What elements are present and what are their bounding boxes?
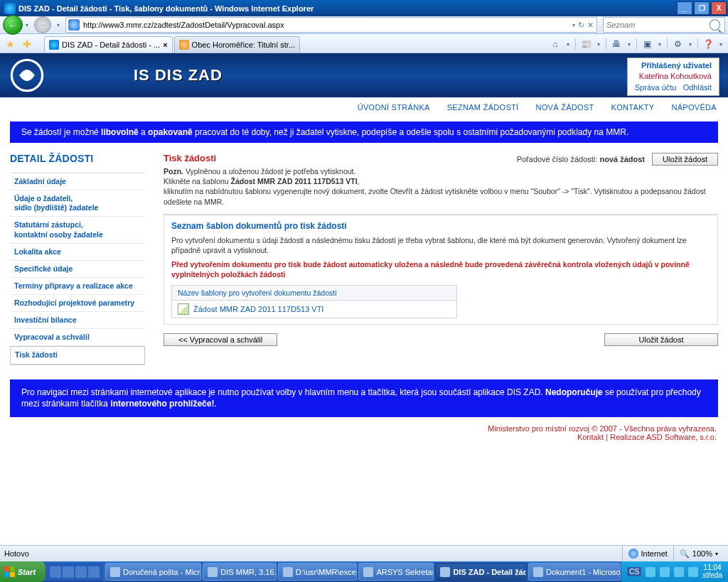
page-dd[interactable]: ▾ [655, 41, 664, 48]
minimize-button[interactable]: _ [677, 1, 692, 15]
tools-icon[interactable]: ⚙ [670, 38, 685, 50]
tray-icon[interactable] [688, 567, 698, 577]
search-input[interactable] [604, 21, 708, 29]
home-dd[interactable]: ▾ [564, 41, 572, 48]
close-window-button[interactable]: X [711, 1, 727, 15]
browser-tab-inactive[interactable]: Obec Horoměřice: Titulní str... [174, 36, 301, 53]
start-button[interactable]: Start [0, 561, 46, 582]
logout-link[interactable]: Odhlásit [683, 83, 712, 92]
sidebar-item-invest[interactable]: Investiční bilance [10, 312, 145, 329]
start-label: Start [18, 568, 36, 576]
app-icon [533, 567, 543, 577]
clock-day: středa [702, 572, 722, 580]
url-input[interactable] [82, 18, 569, 32]
browser-tab-active[interactable]: DIS ZAD - Detail žádosti - ... × [44, 36, 173, 53]
zoom-icon: 🔍 [680, 549, 690, 559]
print-icon[interactable]: 🖶 [609, 38, 623, 50]
app-icon [283, 567, 293, 577]
security-zone[interactable]: Internet [622, 546, 673, 561]
help-dd[interactable]: ▾ [717, 41, 725, 48]
prev-step-button[interactable]: << Vypracoval a schválil [164, 333, 277, 346]
zoom-control[interactable]: 🔍 100% ▾ [673, 546, 724, 561]
taskbar-app-word[interactable]: Dokument1 - Microsoft ... [528, 563, 621, 581]
taskbar-app-dismmr[interactable]: DIS MMR, 3.16.02 [203, 563, 277, 581]
info-text: a [139, 127, 148, 137]
nav-warning-bar: Pro navigaci mezi stránkami internetové … [10, 379, 718, 418]
add-favorites-icon[interactable]: ✚ [23, 38, 34, 50]
save-button-bottom[interactable]: Uložit žádost [604, 333, 718, 346]
footer-contact-link[interactable]: Kontakt [577, 433, 604, 441]
user-name: Kateřina Kohoutková [635, 71, 712, 82]
sidebar-item-specific[interactable]: Specifické údaje [10, 261, 145, 278]
sidebar-item-applicant[interactable]: Údaje o žadateli, sídlo (bydliště) žadat… [10, 190, 145, 217]
document-icon [178, 303, 189, 315]
url-dropdown[interactable]: ▾ [572, 22, 575, 28]
search-box[interactable] [603, 17, 725, 33]
stop-button[interactable]: ✕ [587, 21, 594, 30]
sidebar-item-representatives[interactable]: Statutární zástupci, kontaktní osoby žad… [10, 217, 145, 243]
action-buttons-row: << Vypracoval a schválil Uložit žádost [164, 333, 718, 346]
language-indicator[interactable]: CS [627, 567, 641, 576]
taskbar-app-ie-active[interactable]: DIS ZAD - Detail žádo... [435, 563, 527, 581]
ql-outlook-icon[interactable] [75, 566, 87, 578]
search-icon[interactable] [710, 19, 720, 31]
tray-icon[interactable] [674, 567, 684, 577]
maximize-button[interactable]: ❐ [694, 1, 710, 15]
address-bar[interactable]: ▾ ↻ ✕ [65, 17, 597, 33]
save-button-top[interactable]: Uložit žádost [652, 153, 718, 166]
tray-icon[interactable] [646, 567, 655, 577]
tab-close-icon[interactable]: × [163, 41, 167, 49]
app-icon [208, 567, 218, 577]
taskbar-app-explorer[interactable]: D:\usr\MMR\excel\TI [278, 563, 358, 581]
nav-help[interactable]: NÁPOVĚDA [671, 103, 717, 112]
fwd-history-dropdown[interactable]: ▾ [54, 22, 63, 28]
page-icon[interactable]: ▣ [640, 38, 654, 50]
nav-list[interactable]: SEZNAM ŽÁDOSTÍ [447, 103, 519, 112]
nav-new[interactable]: NOVÁ ŽÁDOST [535, 103, 594, 112]
ql-desktop-icon[interactable] [63, 566, 74, 578]
zoom-dropdown[interactable]: ▾ [715, 551, 718, 557]
main-content: Tisk žádosti Pořadové číslo žádosti: nov… [145, 153, 718, 365]
sidebar-item-schedule[interactable]: Termíny přípravy a realizace akce [10, 278, 145, 295]
ql-excel-icon[interactable] [88, 566, 100, 578]
feeds-dd[interactable]: ▾ [594, 41, 603, 48]
help-icon[interactable]: ❓ [701, 38, 715, 50]
globe-icon [628, 549, 638, 559]
favorites-star-icon[interactable]: ★ [6, 38, 17, 50]
sidebar-item-print[interactable]: Tisk žádosti [10, 346, 145, 364]
sidebar-item-prepared[interactable]: Vypracoval a schválil [10, 329, 145, 346]
window-title: DIS ZAD - Detail žádosti - Tisk, šablony… [18, 4, 677, 13]
refresh-button[interactable]: ↻ [578, 21, 584, 30]
ql-ie-icon[interactable] [50, 566, 61, 578]
clock[interactable]: 11:04 středa [702, 564, 722, 579]
footer-vendor-link[interactable]: Realizace ASD Software, s.r.o. [610, 433, 717, 441]
order-number: Pořadové číslo žádosti: nová žádost [517, 155, 645, 163]
sidebar-item-params[interactable]: Rozhodující projektové parametry [10, 295, 145, 312]
page-viewport: IS DIS ZAD Přihlášený uživatel Kateřina … [0, 53, 728, 505]
logged-in-label: Přihlášený uživatel [635, 60, 712, 71]
nav-contacts[interactable]: KONTAKTY [611, 103, 655, 112]
site-icon [68, 19, 80, 31]
print-dd[interactable]: ▾ [625, 41, 633, 48]
template-link[interactable]: Žádost MMR ZAD 2011 117D513 VTI [193, 305, 323, 313]
tray-icon[interactable] [660, 567, 670, 577]
tab-bar: ★ ✚ DIS ZAD - Detail žádosti - ... × Obe… [0, 34, 728, 53]
template-row[interactable]: Žádost MMR ZAD 2011 117D513 VTI [172, 301, 456, 318]
account-link[interactable]: Správa účtu [635, 83, 677, 92]
info-text: libovolně [101, 127, 139, 137]
sidebar-item-basic[interactable]: Základní údaje [10, 173, 145, 190]
tab-favicon [49, 40, 59, 50]
taskbar-app-arsys[interactable]: ARSYS Sekretariát [358, 563, 434, 581]
back-history-dropdown[interactable]: ▾ [23, 22, 31, 28]
nav-forward-button[interactable]: → [34, 16, 51, 33]
home-icon[interactable]: ⌂ [548, 38, 562, 50]
footer-copyright: Ministerstvo pro místní rozvoj © 2007 - … [488, 424, 717, 433]
taskbar-app-outlook[interactable]: Doručená pošta - Micros... [105, 563, 201, 581]
nav-back-button[interactable]: ← [3, 15, 23, 35]
templates-section: Seznam šablon dokumentů pro tisk žádosti… [164, 214, 718, 325]
sidebar-item-locality[interactable]: Lokalita akce [10, 244, 145, 261]
nav-home[interactable]: ÚVODNÍ STRÁNKA [358, 103, 430, 112]
feeds-icon[interactable]: 📰 [579, 38, 593, 50]
tools-dd[interactable]: ▾ [686, 41, 695, 48]
window-titlebar: DIS ZAD - Detail žádosti - Tisk, šablony… [0, 0, 728, 16]
